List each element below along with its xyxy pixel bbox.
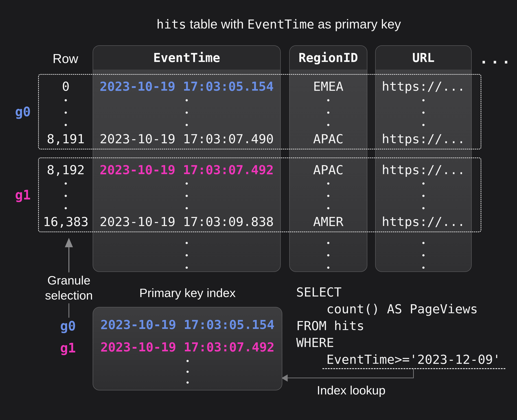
up-arrow-shaft: [68, 247, 69, 272]
vertical-ellipsis: [187, 360, 189, 384]
g1-row-cell: 8,192 16,383: [39, 158, 93, 232]
title-eventtime-code: EventTime: [247, 17, 314, 31]
g1-last-url: https://...: [382, 215, 465, 228]
vertical-ellipsis: [422, 182, 425, 209]
g1-last-regionid: AMER: [313, 215, 344, 228]
g0-last-regionid: APAC: [313, 133, 344, 145]
g0-first-eventtime: 2023-10-19 17:03:05.154: [100, 80, 274, 93]
column-header-url: URL: [376, 46, 471, 69]
g1-url-cell: https://... https://...: [375, 158, 472, 232]
vertical-ellipsis: [65, 99, 67, 126]
title-hits-code: hits: [156, 17, 186, 31]
g1-last-row-number: 16,383: [43, 215, 88, 228]
vertical-ellipsis: [327, 242, 330, 269]
index-entry-g0-label: g0: [53, 320, 82, 332]
granule-g0-label: g0: [12, 74, 34, 150]
g1-regionid-cell: APAC AMER: [289, 158, 367, 232]
g1-first-eventtime: 2023-10-19 17:03:07.492: [100, 164, 274, 176]
g0-first-row-number: 0: [62, 80, 70, 93]
left-arrow-icon: [281, 375, 288, 382]
g1-first-regionid: APAC: [313, 164, 344, 176]
g0-regionid-cell: EMEA APAC: [289, 75, 367, 149]
g0-first-url: https://...: [382, 80, 465, 93]
g0-eventtime-cell: 2023-10-19 17:03:05.154 2023-10-19 17:03…: [93, 75, 281, 149]
diagram-stage: hits table with EventTime as primary key…: [0, 0, 517, 420]
g0-url-cell: https://... https://...: [375, 75, 472, 149]
primary-key-index-title: Primary key index: [93, 286, 282, 300]
index-lookup-arrow-vertical: [413, 369, 414, 378]
more-columns-ellipsis: ...: [479, 50, 513, 67]
g0-first-regionid: EMEA: [313, 80, 344, 93]
column-header-eventtime: EventTime: [93, 46, 280, 69]
sql-query: SELECT count() AS PageViews FROM hits WH…: [296, 284, 500, 368]
g1-eventtime-cell: 2023-10-19 17:03:07.492 2023-10-19 17:03…: [93, 158, 281, 232]
page-title: hits table with EventTime as primary key: [0, 17, 517, 31]
up-arrow-icon: [65, 238, 73, 247]
selection-connector-line: [68, 303, 69, 318]
vertical-ellipsis: [65, 182, 67, 209]
granule-selection-label: Granule selection: [35, 273, 103, 303]
index-lookup-arrow-horizontal: [286, 378, 414, 378]
vertical-ellipsis: [422, 99, 425, 126]
g0-last-eventtime: 2023-10-19 17:03:07.490: [100, 133, 274, 145]
vertical-ellipsis: [422, 242, 425, 269]
vertical-ellipsis: [327, 182, 330, 209]
g0-last-row-number: 8,191: [47, 133, 85, 145]
g1-first-url: https://...: [382, 164, 465, 176]
column-header-row: Row: [38, 51, 93, 66]
g1-last-eventtime: 2023-10-19 17:03:09.838: [100, 215, 274, 228]
granule-g1-label: g1: [12, 158, 34, 232]
index-lookup-label: Index lookup: [299, 383, 404, 397]
vertical-ellipsis: [186, 242, 188, 269]
vertical-ellipsis: [186, 182, 188, 209]
g1-first-row-number: 8,192: [47, 164, 85, 176]
g0-row-cell: 0 8,191: [39, 75, 93, 149]
granule-g0-box: 0 8,191 2023-10-19 17:03:05.154 2023-10-…: [38, 74, 481, 150]
g0-last-url: https://...: [382, 133, 465, 145]
index-entry-g1-value: 2023-10-19 17:03:07.492: [93, 340, 282, 354]
title-text-1: table with: [186, 17, 247, 31]
vertical-ellipsis: [186, 99, 188, 126]
title-text-2: as primary key: [314, 17, 401, 31]
primary-key-index-box: 2023-10-19 17:03:05.154 2023-10-19 17:03…: [93, 307, 282, 390]
column-header-regionid: RegionID: [290, 46, 367, 69]
granule-g1-box: 8,192 16,383 2023-10-19 17:03:07.492 202…: [38, 158, 481, 232]
vertical-ellipsis: [327, 99, 330, 126]
index-entry-g0-value: 2023-10-19 17:03:05.154: [93, 318, 282, 332]
predicate-dashed-underline: [322, 368, 505, 369]
index-entry-g1-label: g1: [53, 341, 82, 354]
